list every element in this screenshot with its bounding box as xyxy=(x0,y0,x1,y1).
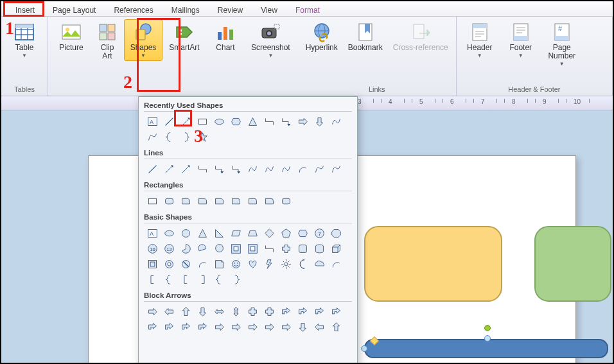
resize-handle[interactable] xyxy=(361,345,367,352)
shape-item-folded-corner[interactable] xyxy=(211,256,227,272)
shape-item-right-arrow[interactable] xyxy=(294,114,311,129)
shape-item-round-same[interactable] xyxy=(277,193,294,209)
shape-item-line[interactable] xyxy=(161,114,177,129)
rotation-handle[interactable] xyxy=(484,325,491,331)
shape-item-ellipse[interactable] xyxy=(161,225,177,241)
shape-item-pie[interactable] xyxy=(177,241,194,256)
shape-item-decagon[interactable]: 10 xyxy=(144,241,161,256)
smartart-button[interactable]: SmartArt xyxy=(165,19,204,55)
shape-item-curve-tool[interactable] xyxy=(294,161,311,177)
shape-item-callout-l[interactable] xyxy=(311,319,328,334)
pagenum-button[interactable]: # Page Number ▼ xyxy=(543,19,581,69)
resize-handle[interactable] xyxy=(484,335,491,342)
shape-item-left-brace[interactable] xyxy=(211,272,227,287)
shape-item-left-bracket[interactable] xyxy=(177,272,194,287)
shape-item-curve-arrow[interactable] xyxy=(261,161,277,177)
shape-item-double-brace[interactable] xyxy=(161,272,177,287)
shape-item-line-arrow[interactable] xyxy=(161,161,177,177)
shape-item-bevel[interactable] xyxy=(144,256,161,272)
shape-item-curve-conn[interactable] xyxy=(244,161,261,177)
shape-item-freeform[interactable] xyxy=(311,161,328,177)
chart-button[interactable]: Chart xyxy=(206,19,245,55)
shape-item-curved-right[interactable] xyxy=(144,319,161,334)
shape-item-line-double[interactable] xyxy=(177,161,194,177)
shape-item-textbox[interactable]: A xyxy=(144,114,161,129)
shape-item-striped[interactable] xyxy=(211,319,227,334)
hyperlink-button[interactable]: Hyperlink xyxy=(302,19,342,55)
shape-item-ellipse[interactable] xyxy=(211,114,227,129)
shape-item-diamond[interactable] xyxy=(261,225,277,241)
shape-item-octagon[interactable] xyxy=(328,225,344,241)
tab-page-layout[interactable]: Page Layout xyxy=(44,4,105,17)
shape-item-cloud[interactable] xyxy=(311,256,328,272)
shape-item-chevron[interactable] xyxy=(261,319,277,334)
tab-format[interactable]: Format xyxy=(286,4,329,17)
footer-button[interactable]: Footer ▼ xyxy=(502,19,540,61)
clipart-button[interactable]: Clip Art xyxy=(93,19,121,63)
shape-item-bent[interactable] xyxy=(277,304,294,319)
shape-item-left-arrow[interactable] xyxy=(161,304,177,319)
table-button[interactable]: Table ▼ xyxy=(5,19,44,61)
shape-item-rectangle[interactable] xyxy=(144,193,161,209)
shape-item-callout-d[interactable] xyxy=(294,319,311,334)
shape-item-pentagon[interactable] xyxy=(277,225,294,241)
shape-item-frame[interactable] xyxy=(227,241,244,256)
shape-item-heptagon[interactable]: 7 xyxy=(311,225,328,241)
shape-item-left-brace[interactable] xyxy=(161,129,177,144)
shape-item-notched[interactable] xyxy=(227,319,244,334)
shape-rounded-rect-green[interactable] xyxy=(534,226,611,302)
tab-view[interactable]: View xyxy=(252,4,286,17)
picture-button[interactable]: Picture xyxy=(52,19,91,55)
shape-item-callout-r[interactable] xyxy=(277,319,294,334)
shape-item-down-arrow[interactable] xyxy=(194,304,211,319)
shape-item-dodecagon[interactable]: 12 xyxy=(161,241,177,256)
shape-item-scribble[interactable] xyxy=(328,161,344,177)
shape-item-triangle[interactable] xyxy=(244,114,261,129)
shape-rounded-rect-yellow[interactable] xyxy=(364,226,502,302)
shape-item-up-down[interactable] xyxy=(227,304,244,319)
shape-item-right-brace[interactable] xyxy=(177,129,194,144)
shape-item-elbow[interactable] xyxy=(261,114,277,129)
tab-mailings[interactable]: Mailings xyxy=(162,4,209,17)
tab-review[interactable]: Review xyxy=(209,4,252,17)
shape-item-bent-up[interactable] xyxy=(328,304,344,319)
shape-item-sun[interactable] xyxy=(277,256,294,272)
shape-rounded-rect-blue-selected[interactable] xyxy=(364,339,608,358)
shape-item-left-up[interactable] xyxy=(311,304,328,319)
shape-item-lightning[interactable] xyxy=(261,256,277,272)
shape-item-snip-2[interactable] xyxy=(194,193,211,209)
shape-item-elbow[interactable] xyxy=(194,161,211,177)
tab-references[interactable]: References xyxy=(105,4,162,17)
shape-item-cross[interactable] xyxy=(277,241,294,256)
shape-item-elbow-arrow[interactable] xyxy=(277,114,294,129)
shape-item-triangle[interactable] xyxy=(194,225,211,241)
screenshot-button[interactable]: Screenshot ▼ xyxy=(247,19,294,61)
shape-item-double-bracket[interactable] xyxy=(144,272,161,287)
shape-item-chord[interactable] xyxy=(194,241,211,256)
shape-item-block-arc[interactable] xyxy=(194,256,211,272)
shape-item-line[interactable] xyxy=(144,161,161,177)
shape-item-snip-diag[interactable] xyxy=(211,193,227,209)
shape-item-heart[interactable] xyxy=(244,256,261,272)
shape-item-round-diag[interactable] xyxy=(261,193,277,209)
shape-item-snip-1[interactable] xyxy=(177,193,194,209)
shape-item-left-right[interactable] xyxy=(211,304,227,319)
shape-item-plaque[interactable] xyxy=(294,241,311,256)
header-button[interactable]: Header ▼ xyxy=(460,19,499,61)
shape-item-up-arrow[interactable] xyxy=(177,304,194,319)
shape-item-curve[interactable] xyxy=(328,114,344,129)
shape-item-pentagon-arrow[interactable] xyxy=(244,319,261,334)
shape-item-curved-left[interactable] xyxy=(161,319,177,334)
shape-item-can[interactable] xyxy=(311,241,328,256)
shape-item-l-shape[interactable] xyxy=(261,241,277,256)
shape-item-uturn[interactable] xyxy=(294,304,311,319)
shape-item-line-arrow[interactable] xyxy=(177,114,194,129)
shape-item-down-arrow[interactable] xyxy=(311,114,328,129)
shape-item-curve-double[interactable] xyxy=(277,161,294,177)
shape-item-star[interactable] xyxy=(194,129,211,144)
shape-item-elbow-arrow[interactable] xyxy=(211,161,227,177)
shape-item-quad[interactable] xyxy=(244,304,261,319)
shapes-button[interactable]: Shapes ▼ xyxy=(124,19,162,61)
shape-item-round-1[interactable] xyxy=(227,193,244,209)
shape-item-trapezoid[interactable] xyxy=(244,225,261,241)
